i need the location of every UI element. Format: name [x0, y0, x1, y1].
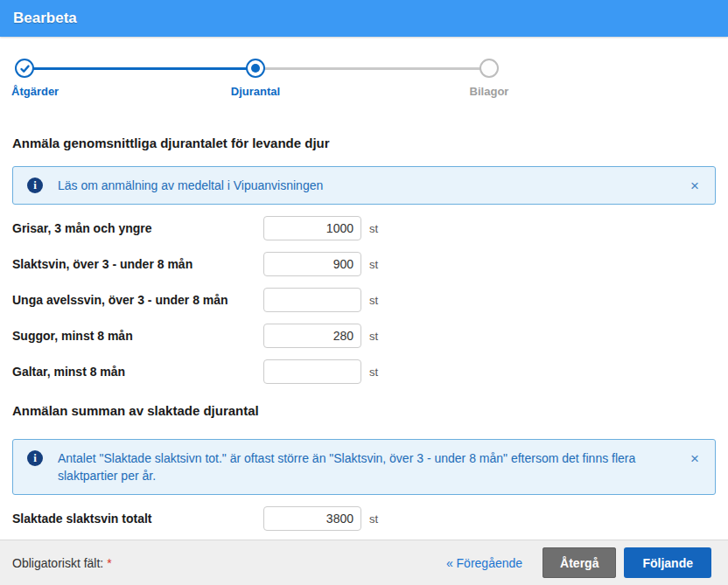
step-bilagor-indicator[interactable]	[480, 59, 499, 78]
unit-label: st	[369, 258, 383, 271]
stepper-line-upcoming	[256, 67, 489, 70]
field-label: Slaktsvin, över 3 - under 8 mån	[12, 257, 263, 271]
slaktade-totalt-count-input[interactable]	[263, 506, 361, 531]
live-animals-heading: Anmäla genomsnittliga djurantalet för le…	[12, 136, 716, 150]
form-row-slaktade-totalt: Slaktade slaktsvin totalt st	[12, 506, 383, 531]
unit-label: st	[369, 222, 383, 235]
form-row-suggor: Suggor, minst 8 mån st	[12, 324, 383, 348]
main-content: Anmäla genomsnittliga djurantalet för le…	[0, 136, 728, 531]
galtar-count-input[interactable]	[263, 359, 361, 384]
step-label-bilagor[interactable]: Bilagor	[470, 85, 509, 98]
field-label: Unga avelssvin, över 3 - under 8 mån	[12, 293, 263, 307]
slaughtered-info-banner: i Antalet "Slaktade slaktsivn tot." är o…	[12, 439, 716, 495]
live-animals-form: Grisar, 3 mån och yngre st Slaktsvin, öv…	[12, 216, 383, 384]
step-label-djurantal[interactable]: Djurantal	[231, 85, 280, 98]
wizard-stepper: Åtgärder Djurantal Bilagor	[0, 59, 728, 101]
active-step-dot-icon	[251, 64, 260, 73]
unit-label: st	[369, 294, 383, 307]
suggor-count-input[interactable]	[263, 324, 361, 348]
page-title: Bearbeta	[13, 10, 77, 27]
close-icon[interactable]: ×	[689, 178, 701, 193]
field-label: Grisar, 3 mån och yngre	[12, 221, 263, 235]
form-row-galtar: Galtar, minst 8 mån st	[12, 359, 383, 384]
required-field-label: Obligatoriskt fält:	[12, 556, 107, 570]
field-label: Suggor, minst 8 mån	[12, 329, 263, 343]
step-label-atgarder[interactable]: Åtgärder	[11, 85, 59, 98]
slaktsvin-count-input[interactable]	[263, 252, 361, 276]
slaughtered-form: Slaktade slaktsvin totalt st	[12, 506, 383, 531]
field-label: Galtar, minst 8 mån	[12, 365, 263, 379]
step-djurantal-indicator[interactable]	[246, 59, 265, 78]
field-label: Slaktade slaktsvin totalt	[12, 512, 263, 526]
unga-avelssvin-count-input[interactable]	[263, 288, 361, 312]
check-icon	[19, 63, 31, 74]
next-button[interactable]: Följande	[624, 547, 711, 578]
unit-label: st	[369, 366, 383, 379]
footer-actions: « Föregående Återgå Följande	[446, 547, 711, 578]
page-header: Bearbeta	[0, 0, 728, 37]
info-icon: i	[27, 178, 43, 193]
form-row-grisar: Grisar, 3 mån och yngre st	[12, 216, 383, 240]
unit-label: st	[369, 512, 383, 526]
info-banner-text: Antalet "Slaktade slaktsivn tot." är oft…	[58, 449, 675, 484]
unit-label: st	[369, 330, 383, 343]
previous-link[interactable]: « Föregående	[446, 556, 522, 570]
form-row-slaktsvin: Slaktsvin, över 3 - under 8 mån st	[12, 252, 383, 276]
stepper-line-completed	[24, 67, 256, 70]
action-footer: Obligatoriskt fält: * « Föregående Återg…	[0, 540, 728, 585]
grisar-count-input[interactable]	[263, 216, 361, 240]
form-row-unga-avelssvin: Unga avelssvin, över 3 - under 8 mån st	[12, 288, 383, 312]
info-banner-text: Läs om anmälning av medeltal i Vipuanvis…	[58, 177, 675, 194]
info-icon: i	[27, 450, 43, 466]
slaughtered-animals-heading: Anmälan summan av slaktade djurantal	[12, 403, 716, 418]
required-field-note: Obligatoriskt fält: *	[12, 556, 112, 570]
required-asterisk: *	[107, 556, 111, 570]
live-animals-info-banner: i Läs om anmälning av medeltal i Vipuanv…	[12, 166, 716, 205]
close-icon[interactable]: ×	[689, 451, 701, 466]
return-button[interactable]: Återgå	[542, 547, 616, 578]
step-atgarder-indicator[interactable]	[15, 59, 34, 78]
